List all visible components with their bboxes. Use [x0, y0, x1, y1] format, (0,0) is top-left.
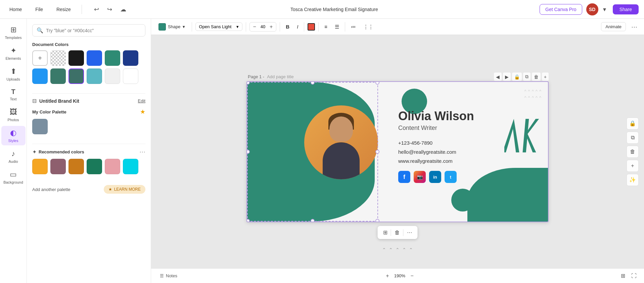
list-button[interactable]: ≔ — [349, 22, 358, 32]
canvas-area: Shape ▾ Open Sans Light ▾ − 40 + B I ≡ ☰ — [151, 19, 644, 283]
notes-button[interactable]: ☰ Notes — [156, 272, 181, 280]
color-swatch-teal3[interactable] — [68, 68, 84, 84]
add-palette-button[interactable]: Add another palette — [32, 187, 70, 192]
color-swatch-blue2[interactable] — [32, 68, 48, 84]
text-icon: T — [11, 88, 15, 96]
zoom-level[interactable]: 190% — [393, 273, 406, 278]
rec-color-cyan[interactable] — [123, 159, 138, 174]
rec-color-pink[interactable] — [105, 159, 120, 174]
align-center-button[interactable]: ☰ — [332, 22, 341, 32]
home-button[interactable]: Home — [5, 5, 26, 14]
collapse-arrow1: ⌃ — [382, 247, 386, 252]
rec-color-orange[interactable] — [68, 159, 84, 174]
lock-page-button[interactable]: 🔒 — [512, 73, 522, 81]
sidebar-background-label: Background — [3, 180, 23, 184]
prev-page-button[interactable]: ◀ — [494, 73, 502, 81]
instagram-link[interactable]: 📷 — [414, 171, 426, 183]
show-pages-button[interactable]: ⊞ — [619, 271, 627, 280]
collapse-arrow3: ⌃ — [396, 247, 400, 252]
sidebar-item-audio[interactable]: ♪ Audio — [1, 147, 26, 166]
undo-button[interactable]: ↩ — [91, 4, 102, 14]
facebook-link[interactable]: f — [398, 171, 410, 183]
canvas-lock-button[interactable]: 🔒 — [627, 117, 639, 130]
canvas-ai-button[interactable]: ✨ — [627, 174, 639, 186]
add-page-button[interactable]: + — [542, 73, 549, 81]
group-button[interactable]: ⊞ — [381, 228, 389, 237]
chevron-row1: ^ ^ ^ ^ ^ — [524, 89, 541, 94]
avatar[interactable]: SD — [586, 3, 598, 15]
my-color-palette-title: My Color Palette — [32, 109, 66, 114]
my-palette-grid — [32, 119, 145, 134]
align-left-button[interactable]: ≡ — [322, 22, 330, 31]
shape-button[interactable]: Shape ▾ — [155, 21, 188, 32]
color-swatch-white1[interactable] — [105, 68, 120, 84]
delete-page-button[interactable]: 🗑 — [532, 73, 541, 81]
color-swatch-teal2[interactable] — [50, 68, 66, 84]
animate-button[interactable]: Animate — [601, 22, 626, 31]
sidebar-item-text[interactable]: T Text — [1, 85, 26, 104]
more-options-button[interactable]: ⋯ — [629, 22, 640, 32]
color-swatch-navy[interactable] — [123, 50, 138, 66]
rec-color-green[interactable] — [87, 159, 102, 174]
text-color-indicator[interactable] — [308, 23, 315, 31]
zoom-in-button[interactable]: + — [384, 272, 391, 280]
handle-top-right[interactable] — [375, 81, 379, 85]
get-canva-pro-button[interactable]: Get Canva Pro — [540, 4, 582, 15]
bottom-center: + 190% − — [384, 272, 416, 280]
rec-color-amber[interactable] — [32, 159, 48, 174]
sidebar-item-elements[interactable]: ✦ Elements — [1, 44, 26, 63]
twitter-link[interactable]: t — [445, 171, 457, 183]
canvas-add-button[interactable]: + — [627, 160, 639, 172]
chevron8: ^ — [532, 95, 534, 100]
linkedin-link[interactable]: in — [429, 171, 441, 183]
chevron9: ^ — [536, 95, 538, 100]
transparent-swatch[interactable] — [50, 50, 66, 66]
palette-color-slate[interactable] — [32, 119, 48, 134]
color-swatch-blue1[interactable] — [87, 50, 102, 66]
fullscreen-button[interactable]: ⛶ — [629, 272, 639, 280]
color-swatch-white2[interactable] — [123, 68, 138, 84]
more-button[interactable]: ⋯ — [405, 228, 414, 237]
sidebar-item-styles[interactable]: ◐ Styles — [1, 126, 26, 145]
font-size-value[interactable]: 40 — [258, 24, 268, 29]
sidebar-item-background[interactable]: ▭ Background — [1, 168, 26, 187]
font-size-increase-button[interactable]: + — [268, 23, 274, 31]
recommended-more-button[interactable]: ⋯ — [139, 148, 145, 155]
column-button[interactable]: ⋮⋮ — [361, 22, 376, 32]
color-swatch-teal1[interactable] — [105, 50, 120, 66]
sidebar-elements-label: Elements — [6, 56, 21, 60]
handle-bottom-right[interactable] — [375, 219, 379, 222]
page-title-placeholder[interactable]: Add page title — [267, 74, 294, 79]
redo-button[interactable]: ↪ — [104, 4, 115, 14]
chevron1: ^ — [524, 89, 526, 94]
sidebar-item-uploads[interactable]: ⬆ Uploads — [1, 64, 26, 84]
font-select[interactable]: Open Sans Light ▾ — [195, 22, 242, 31]
learn-more-button[interactable]: ★ LEARN MORE — [104, 185, 145, 194]
color-swatch-teal4[interactable] — [87, 68, 102, 84]
resize-button[interactable]: Resize — [52, 5, 75, 14]
canvas-delete-button[interactable]: 🗑 — [627, 146, 639, 158]
color-swatch-black[interactable] — [68, 50, 84, 66]
search-input[interactable] — [46, 28, 141, 33]
italic-button[interactable]: I — [294, 22, 301, 31]
bold-button[interactable]: B — [283, 22, 292, 31]
brand-kit-edit-button[interactable]: Edit — [138, 98, 145, 103]
add-color-button[interactable]: + — [32, 50, 48, 66]
rec-color-mauve[interactable] — [50, 159, 66, 174]
delete-button[interactable]: 🗑 — [393, 228, 402, 237]
cloud-save-button[interactable]: ☁ — [118, 4, 129, 14]
ak-logo — [504, 112, 541, 156]
next-page-button[interactable]: ▶ — [503, 73, 511, 81]
duplicate-page-button[interactable]: ⧉ — [523, 73, 531, 81]
file-button[interactable]: File — [31, 5, 47, 14]
zoom-out-button[interactable]: − — [408, 272, 415, 280]
share-dropdown-button[interactable]: ▾ — [600, 4, 609, 14]
canvas-duplicate-button[interactable]: ⧉ — [627, 132, 639, 144]
toolbar-left: Home File Resize ↩ ↪ ☁ — [5, 4, 129, 14]
chevron5: ^ — [539, 89, 541, 94]
font-size-decrease-button[interactable]: − — [252, 23, 258, 31]
email-signature-canvas[interactable]: ^ ^ ^ ^ ^ ^ ^ ^ ^ ^ — [246, 81, 549, 222]
sidebar-item-templates[interactable]: ⊞ Templates — [1, 23, 26, 42]
share-button[interactable]: Share — [613, 4, 639, 14]
sidebar-item-photos[interactable]: 🖼 Photos — [1, 105, 26, 125]
